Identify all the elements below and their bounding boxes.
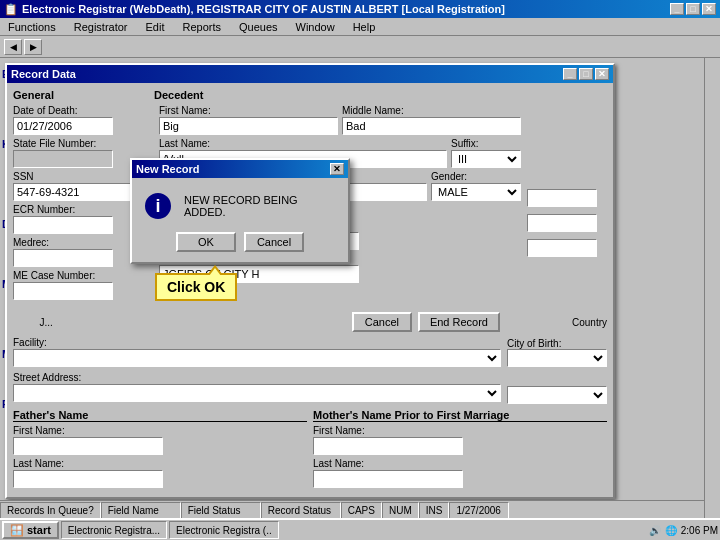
street-address-label: Street Address: xyxy=(13,372,501,383)
mother-last-name-input[interactable] xyxy=(313,470,463,488)
taskbar-item-2[interactable]: Electronic Registra (.. xyxy=(169,521,279,539)
gender-label: Gender: xyxy=(431,171,521,182)
window-maximize[interactable]: □ xyxy=(579,68,593,80)
dialog-cancel-button[interactable]: Cancel xyxy=(244,232,304,252)
start-button[interactable]: 🪟 start xyxy=(2,521,59,539)
dialog-buttons: OK Cancel xyxy=(132,232,348,262)
father-last-name-label: Last Name: xyxy=(13,458,307,469)
menu-window[interactable]: Window xyxy=(292,20,339,34)
dialog-close-button[interactable]: ✕ xyxy=(330,163,344,175)
mother-first-name-group: First Name: xyxy=(313,425,607,455)
decedent-section-label: Decedent xyxy=(154,89,204,101)
right-input-3[interactable] xyxy=(527,239,597,257)
father-last-name-input[interactable] xyxy=(13,470,163,488)
bottom-label: J... xyxy=(40,317,53,328)
statusbar: Records In Queue? Field Name Field Statu… xyxy=(0,500,704,520)
field-status-status: Field Status xyxy=(181,502,261,520)
suffix-label: Suffix: xyxy=(451,138,521,149)
mother-first-name-label: First Name: xyxy=(313,425,607,436)
middle-name-group: Middle Name: xyxy=(342,105,521,135)
me-case-number-input[interactable] xyxy=(13,282,113,300)
menu-functions[interactable]: Functions xyxy=(4,20,60,34)
tray-icon-1: 🔊 xyxy=(649,525,661,536)
end-record-button[interactable]: End Record xyxy=(418,312,500,332)
dialog-content: i NEW RECORD BEING ADDED. xyxy=(132,178,348,232)
name-row-1: First Name: Middle Name: xyxy=(159,105,521,138)
window-controls: _ □ ✕ xyxy=(563,68,609,80)
record-data-title: Record Data xyxy=(11,68,76,80)
menu-reports[interactable]: Reports xyxy=(178,20,225,34)
mother-last-name-group: Last Name: xyxy=(313,458,607,488)
gender-group: Gender: MALE FEMALE xyxy=(431,171,521,201)
menu-registrator[interactable]: Registrator xyxy=(70,20,132,34)
window-close[interactable]: ✕ xyxy=(595,68,609,80)
extra-row-1: Facility: City of Birth: xyxy=(13,337,607,370)
suffix-select[interactable]: III xyxy=(451,150,521,168)
me-case-number-label: ME Case Number: xyxy=(13,270,153,281)
date-of-death-label: Date of Death: xyxy=(13,105,153,116)
dialog-info-icon: i xyxy=(142,190,174,222)
right-input-2[interactable] xyxy=(527,214,597,232)
mothers-name-col: Mother's Name Prior to First Marriage Fi… xyxy=(313,409,607,491)
dialog-titlebar: New Record ✕ xyxy=(132,160,348,178)
restore-button[interactable]: □ xyxy=(686,3,700,15)
date-status: 1/27/2006 xyxy=(449,502,509,520)
record-data-window: Record Data _ □ ✕ General Decedent Da xyxy=(5,63,615,499)
dialog-ok-button[interactable]: OK xyxy=(176,232,236,252)
mother-last-name-label: Last Name: xyxy=(313,458,607,469)
first-name-input[interactable] xyxy=(159,117,338,135)
medrec-input[interactable] xyxy=(13,249,113,267)
middle-name-input[interactable] xyxy=(342,117,521,135)
minimize-button[interactable]: _ xyxy=(670,3,684,15)
street-address-select[interactable] xyxy=(13,384,501,402)
cancel-button[interactable]: Cancel xyxy=(352,312,412,332)
facility-label: Facility: xyxy=(13,337,501,348)
right-select[interactable] xyxy=(507,386,607,404)
tray-time: 2:06 PM xyxy=(681,525,718,536)
last-name-label: Last Name: xyxy=(159,138,447,149)
facility-group: Facility: xyxy=(13,337,501,367)
right-field-3 xyxy=(527,235,607,257)
general-section-label: General xyxy=(13,89,54,101)
close-button[interactable]: ✕ xyxy=(702,3,716,15)
record-status-status: Record Status xyxy=(261,502,341,520)
facility-select[interactable] xyxy=(13,349,501,367)
menu-help[interactable]: Help xyxy=(349,20,380,34)
state-file-number-input[interactable] xyxy=(13,150,113,168)
country-label: Country xyxy=(572,317,607,328)
bottom-buttons-row: -jc J... Cancel End Record Country xyxy=(13,309,607,335)
menu-edit[interactable]: Edit xyxy=(142,20,169,34)
click-ok-callout: Click OK xyxy=(155,273,237,301)
toolbar: ◀ ▶ xyxy=(0,36,720,58)
ecr-number-input[interactable] xyxy=(13,216,113,234)
mother-first-name-input[interactable] xyxy=(313,437,463,455)
tray-icon-2: 🌐 xyxy=(665,525,677,536)
gender-select[interactable]: MALE FEMALE xyxy=(431,183,521,201)
toolbar-btn-1[interactable]: ◀ xyxy=(4,39,22,55)
dialog-title: New Record xyxy=(136,163,200,175)
main-area: EDR # Key Dec M Ma Pla Record Data _ □ ✕… xyxy=(0,58,720,520)
father-first-name-input[interactable] xyxy=(13,437,163,455)
ssn-input[interactable] xyxy=(13,183,133,201)
caps-status: CAPS xyxy=(341,502,382,520)
record-data-titlebar: Record Data _ □ ✕ xyxy=(7,65,613,83)
ins-status: INS xyxy=(419,502,450,520)
city-of-birth-select[interactable] xyxy=(507,349,607,367)
menu-queues[interactable]: Queues xyxy=(235,20,282,34)
father-first-name-label: First Name: xyxy=(13,425,307,436)
app-icon: 📋 xyxy=(4,3,18,16)
middle-name-label: Middle Name: xyxy=(342,105,521,116)
date-of-death-input[interactable] xyxy=(13,117,113,135)
window-minimize[interactable]: _ xyxy=(563,68,577,80)
toolbar-btn-2[interactable]: ▶ xyxy=(24,39,42,55)
lower-section: Father's Name First Name: Last Name: Mot… xyxy=(13,409,607,491)
taskbar-item-1[interactable]: Electronic Registra... xyxy=(61,521,167,539)
fathers-name-label: Father's Name xyxy=(13,409,307,422)
street-address-group: Street Address: xyxy=(13,372,501,402)
dialog-message: NEW RECORD BEING ADDED. xyxy=(184,194,338,218)
click-ok-text: Click OK xyxy=(167,279,225,295)
city-of-birth-group: City of Birth: xyxy=(507,337,607,370)
date-of-death-group: Date of Death: xyxy=(13,105,153,135)
right-input-1[interactable] xyxy=(527,189,597,207)
right-scrollbar[interactable] xyxy=(704,58,720,520)
